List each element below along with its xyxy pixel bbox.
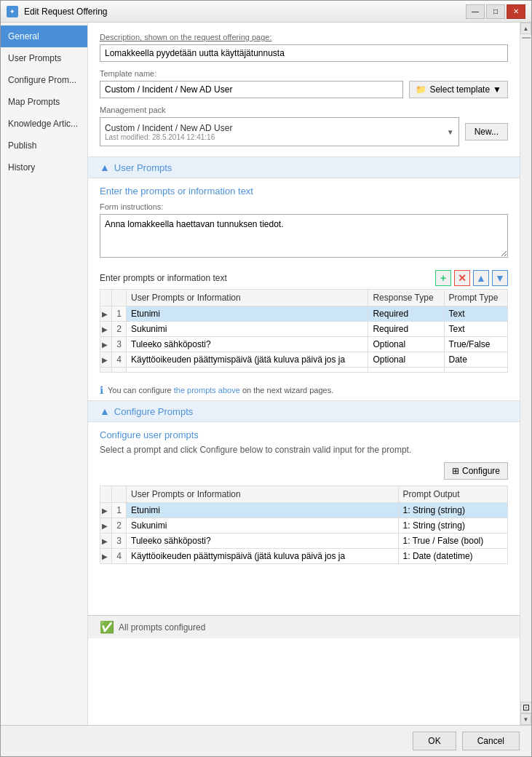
management-pack-label: Management pack (100, 106, 508, 114)
sidebar: General User Prompts Configure Prom... M… (1, 23, 88, 725)
prompts-table-header: Enter prompts or information text + ✕ ▲ … (100, 270, 508, 286)
user-prompts-table: User Prompts or Information Response Typ… (100, 289, 508, 373)
move-up-button[interactable]: ▲ (473, 270, 489, 286)
table-row[interactable]: ▶ 1 Etunimi Required Text (100, 306, 508, 322)
user-prompts-section-title: User Prompts (114, 162, 172, 173)
table-row[interactable]: ▶ 2 Sukunimi Required Text (100, 322, 508, 337)
sidebar-item-configure-prom[interactable]: Configure Prom... (1, 69, 87, 91)
info-bar: ℹ You can configure the prompts above on… (88, 380, 520, 400)
expand-arrow-icon: ▶ (102, 552, 108, 560)
scrollbar[interactable]: ▲ ⊡ ▼ (520, 23, 531, 725)
bottom-status-bar: ✅ All prompts configured (88, 615, 520, 638)
configure-icon: ⊞ (452, 466, 459, 476)
expand-arrow-icon: ▶ (102, 537, 108, 545)
cancel-button[interactable]: Cancel (462, 732, 520, 750)
configure-prompts-table-section: User Prompts or Information Prompt Outpu… (88, 483, 520, 615)
prompts-table-label: Enter prompts or information text (100, 273, 227, 283)
folder-icon: 📁 (416, 84, 426, 95)
user-prompts-subtitle: Enter the prompts or information text (88, 178, 520, 199)
general-section: Description, shown on the request offeri… (88, 23, 520, 156)
description-label: Description, shown on the request offeri… (100, 33, 508, 41)
info-link[interactable]: the prompts above (174, 386, 240, 395)
col-prompt-output: Prompt Output (398, 486, 507, 503)
col-user-prompts-cfg: User Prompts or Information (127, 486, 399, 503)
table-row[interactable]: ▶ 3 Tuleeko sähköposti? 1: True / False … (100, 534, 508, 549)
form-instructions-section: Form instructions: Anna lomakkeella haet… (88, 199, 520, 267)
table-row[interactable]: ▶ 2 Sukunimi 1: String (string) (100, 518, 508, 534)
expand-arrow-icon: ▶ (102, 341, 108, 349)
app-icon: ✦ (7, 6, 18, 17)
mgmt-pack-sub: Last modified: 28.5.2014 12:41:16 (105, 133, 454, 141)
template-row: 📁 Select template ▼ (100, 81, 508, 98)
sidebar-item-user-prompts[interactable]: User Prompts (1, 47, 87, 69)
configure-prompts-section-title: Configure Prompts (114, 406, 193, 417)
sidebar-item-knowledge-artic[interactable]: Knowledge Artic... (1, 113, 87, 135)
info-icon: ℹ (100, 384, 103, 396)
move-down-button[interactable]: ▼ (492, 270, 508, 286)
user-prompts-toggle-icon[interactable]: ▲ (100, 162, 110, 173)
expand-arrow-icon: ▶ (102, 522, 108, 530)
configure-prompts-subtitle: Configure user prompts (88, 422, 520, 443)
sidebar-item-history[interactable]: History (1, 156, 87, 178)
table-row[interactable]: ▶ 4 Käyttöoikeuden päättymispäivä (jätä … (100, 352, 508, 368)
template-name-label: Template name: (100, 69, 508, 78)
ok-button[interactable]: OK (413, 732, 456, 750)
footer: OK Cancel (1, 725, 531, 756)
new-button[interactable]: New... (465, 123, 508, 140)
all-configured-text: All prompts configured (119, 622, 205, 633)
select-template-button[interactable]: 📁 Select template ▼ (409, 81, 508, 98)
sidebar-item-map-prompts[interactable]: Map Prompts (1, 91, 87, 113)
scrollbar-thumb[interactable] (522, 37, 531, 39)
configure-prompts-section-header: ▲ Configure Prompts (88, 400, 520, 422)
template-name-input[interactable] (100, 81, 403, 98)
configure-prompts-toggle-icon[interactable]: ▲ (100, 405, 110, 417)
sidebar-item-publish[interactable]: Publish (1, 135, 87, 156)
form-instructions-textarea[interactable]: Anna lomakkeella haettavan tunnuksen tie… (100, 214, 508, 258)
minimize-button[interactable]: — (466, 4, 485, 19)
resize-handle: ⊡ (520, 702, 531, 713)
scroll-down-button[interactable]: ▼ (520, 713, 531, 725)
user-prompts-section-header: ▲ User Prompts (88, 156, 520, 178)
add-prompt-button[interactable]: + (435, 270, 451, 286)
form-instructions-label: Form instructions: (100, 202, 508, 211)
table-actions: + ✕ ▲ ▼ (435, 270, 508, 286)
col-user-prompts: User Prompts or Information (127, 290, 368, 306)
main-content: General User Prompts Configure Prom... M… (1, 23, 531, 725)
edit-request-offering-window: ✦ Edit Request Offering — □ ✕ General Us… (0, 0, 532, 757)
col-prompt-type: Prompt Type (444, 290, 507, 306)
mgmt-pack-value: Custom / Incident / New AD User (105, 123, 454, 133)
expand-arrow-icon: ▶ (102, 356, 108, 364)
configure-row: ⊞ Configure (88, 461, 520, 483)
table-row[interactable]: ▶ 1 Etunimi 1: String (string) (100, 503, 508, 518)
remove-prompt-button[interactable]: ✕ (454, 270, 470, 286)
table-row[interactable]: ▶ 3 Tuleeko sähköposti? Optional True/Fa… (100, 337, 508, 352)
expand-arrow-icon: ▶ (102, 310, 108, 318)
management-pack-select[interactable]: Custom / Incident / New AD User Last mod… (100, 117, 459, 146)
management-pack-row: Custom / Incident / New AD User Last mod… (100, 117, 508, 146)
info-text: You can configure the prompts above on t… (108, 386, 333, 395)
description-input[interactable] (100, 44, 508, 62)
user-prompts-table-section: Enter prompts or information text + ✕ ▲ … (88, 267, 520, 380)
sidebar-item-general[interactable]: General (1, 25, 87, 47)
dropdown-arrow-icon: ▼ (493, 84, 501, 95)
table-row-empty (100, 368, 508, 373)
expand-arrow-icon: ▶ (102, 507, 108, 515)
title-bar: ✦ Edit Request Offering — □ ✕ (1, 1, 531, 23)
check-icon: ✅ (100, 620, 114, 634)
close-button[interactable]: ✕ (507, 4, 525, 19)
configure-desc: Select a prompt and click Configure belo… (88, 443, 520, 461)
content-area: Description, shown on the request offeri… (88, 23, 520, 725)
window-title: Edit Request Offering (24, 7, 108, 17)
col-response-type: Response Type (368, 290, 444, 306)
mgmt-dropdown-arrow-icon: ▼ (447, 128, 454, 136)
window-controls: — □ ✕ (466, 4, 525, 19)
table-row[interactable]: ▶ 4 Käyttöoikeuden päättymispäivä (jätä … (100, 549, 508, 564)
configure-prompts-table: User Prompts or Information Prompt Outpu… (100, 485, 508, 564)
expand-arrow-icon: ▶ (102, 325, 108, 333)
maximize-button[interactable]: □ (486, 4, 505, 19)
scroll-up-button[interactable]: ▲ (520, 23, 531, 34)
configure-button[interactable]: ⊞ Configure (444, 462, 508, 480)
